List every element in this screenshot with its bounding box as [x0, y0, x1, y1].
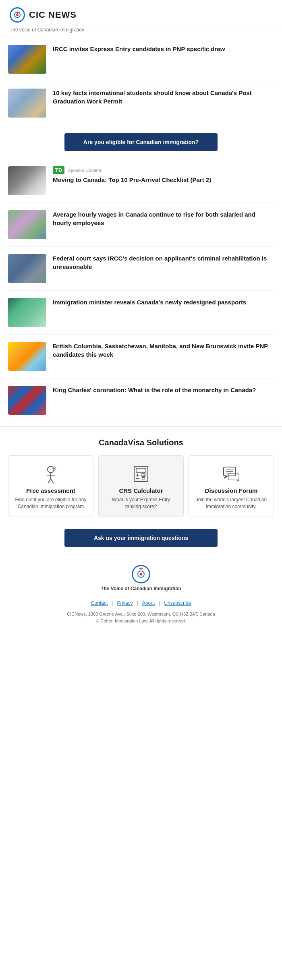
- articles-list: IRCC invites Express Entry candidates in…: [0, 37, 282, 422]
- article-item[interactable]: Immigration minister reveals Canada's ne…: [8, 291, 274, 335]
- article-content: Average hourly wages in Canada continue …: [53, 210, 274, 227]
- footer-sep-1: |: [112, 600, 113, 606]
- footer-unsubscribe-link[interactable]: Unsubscribe: [164, 600, 191, 606]
- person-icon: [41, 464, 61, 484]
- article-title: King Charles' coronation: What is the ro…: [53, 386, 274, 394]
- td-logo: TD: [53, 166, 64, 174]
- footer-address-line1: CICNews, 1303 Greene Ave., Suite 200, We…: [8, 611, 274, 618]
- article-thumbnail: [8, 386, 46, 415]
- cta-button[interactable]: Are you eligible for Canadian immigratio…: [64, 133, 218, 151]
- solution-name: Free assessment: [13, 487, 88, 494]
- svg-line-3: [48, 479, 51, 483]
- article-content: IRCC invites Express Entry candidates in…: [53, 45, 274, 53]
- footer-logo-circle: [132, 565, 150, 583]
- svg-rect-8: [136, 468, 146, 472]
- article-title: Federal court says IRCC's decision on ap…: [53, 254, 274, 271]
- sponsor-label: TD Sponsor Content: [53, 166, 274, 174]
- article-item[interactable]: Average hourly wages in Canada continue …: [8, 203, 274, 247]
- site-tagline: The voice of Canadian immigration: [0, 25, 282, 37]
- article-item[interactable]: Federal court says IRCC's decision on ap…: [8, 247, 274, 291]
- cta-container: Are you eligible for Canadian immigratio…: [8, 125, 274, 159]
- solution-card-crs-calculator[interactable]: CRS Calculator What is your Express Entr…: [98, 455, 184, 517]
- article-item-sponsored[interactable]: TD Sponsor Content Moving to Canada: Top…: [8, 159, 274, 203]
- footer-logo: The Voice of Canadian Immigration: [8, 565, 274, 596]
- logo-inner-circle: +: [14, 12, 21, 18]
- footer-contact-link[interactable]: Contact: [91, 600, 108, 606]
- article-content: TD Sponsor Content Moving to Canada: Top…: [53, 166, 274, 184]
- site-header: + CIC NEWS: [0, 0, 282, 25]
- ask-button-container: Ask us your immigration questions: [0, 521, 282, 551]
- solution-desc: Join the world's largest Canadian immigr…: [194, 496, 269, 510]
- svg-marker-20: [224, 476, 228, 479]
- article-title: 10 key facts international students shou…: [53, 89, 274, 105]
- footer-tagline: The Voice of Canadian Immigration: [101, 586, 181, 591]
- forum-icon: [221, 464, 241, 484]
- svg-point-6: [54, 468, 55, 469]
- article-thumbnail: [8, 254, 46, 283]
- article-content: King Charles' coronation: What is the ro…: [53, 386, 274, 394]
- article-title: Moving to Canada: Top 10 Pre-Arrival Che…: [53, 176, 274, 184]
- solution-name: Discussion Forum: [194, 487, 269, 494]
- footer-address: CICNews, 1303 Greene Ave., Suite 200, We…: [8, 611, 274, 625]
- solutions-section: CanadaVisa Solutions Free assessment Fin…: [0, 426, 282, 521]
- article-item[interactable]: British Columbia, Saskatchewan, Manitoba…: [8, 335, 274, 378]
- article-item[interactable]: IRCC invites Express Entry candidates in…: [8, 37, 274, 81]
- article-content: Federal court says IRCC's decision on ap…: [53, 254, 274, 271]
- logo-icon: +: [10, 7, 25, 23]
- article-content: Immigration minister reveals Canada's ne…: [53, 298, 274, 306]
- sponsor-text: Sponsor Content: [68, 168, 101, 173]
- solution-card-free-assessment[interactable]: Free assessment Find out if you are elig…: [8, 455, 93, 517]
- article-title: IRCC invites Express Entry candidates in…: [53, 45, 274, 53]
- footer-about-link[interactable]: About: [142, 600, 155, 606]
- solution-desc: What is your Express Entry ranking score…: [104, 496, 178, 510]
- article-content: British Columbia, Saskatchewan, Manitoba…: [53, 342, 274, 359]
- article-title: Immigration minister reveals Canada's ne…: [53, 298, 274, 306]
- article-thumbnail: [8, 89, 46, 118]
- article-title: Average hourly wages in Canada continue …: [53, 210, 274, 227]
- site-logo-text: CIC NEWS: [29, 10, 77, 20]
- article-thumbnail: [8, 342, 46, 371]
- svg-marker-22: [236, 480, 239, 482]
- calculator-icon: [131, 464, 151, 484]
- article-title: British Columbia, Saskatchewan, Manitoba…: [53, 342, 274, 359]
- article-thumbnail: [8, 45, 46, 74]
- footer-privacy-link[interactable]: Privacy: [117, 600, 133, 606]
- solution-name: CRS Calculator: [104, 487, 178, 494]
- article-thumbnail: [8, 210, 46, 239]
- footer-links: Contact | Privacy | About | Unsubscribe: [8, 600, 274, 606]
- article-content: 10 key facts international students shou…: [53, 89, 274, 105]
- article-item[interactable]: King Charles' coronation: What is the ro…: [8, 378, 274, 422]
- site-footer: The Voice of Canadian Immigration Contac…: [0, 555, 282, 631]
- solutions-grid: Free assessment Find out if you are elig…: [8, 455, 274, 517]
- footer-sep-3: |: [159, 600, 160, 606]
- solution-desc: Find out if you are eligible for any Can…: [13, 496, 88, 510]
- footer-address-line2: © Cohen Immigration Law. All rights rese…: [8, 618, 274, 625]
- ask-immigration-button[interactable]: Ask us your immigration questions: [64, 529, 218, 547]
- solutions-title: CanadaVisa Solutions: [8, 438, 274, 447]
- svg-rect-21: [228, 473, 239, 480]
- solution-card-discussion-forum[interactable]: Discussion Forum Join the world's larges…: [189, 455, 274, 517]
- svg-line-4: [51, 479, 54, 483]
- article-thumbnail: [8, 298, 46, 327]
- article-item[interactable]: 10 key facts international students shou…: [8, 81, 274, 125]
- article-thumbnail: [8, 166, 46, 195]
- footer-sep-2: |: [137, 600, 138, 606]
- logo-plus-icon: +: [16, 10, 19, 16]
- footer-logo-inner: [137, 571, 145, 578]
